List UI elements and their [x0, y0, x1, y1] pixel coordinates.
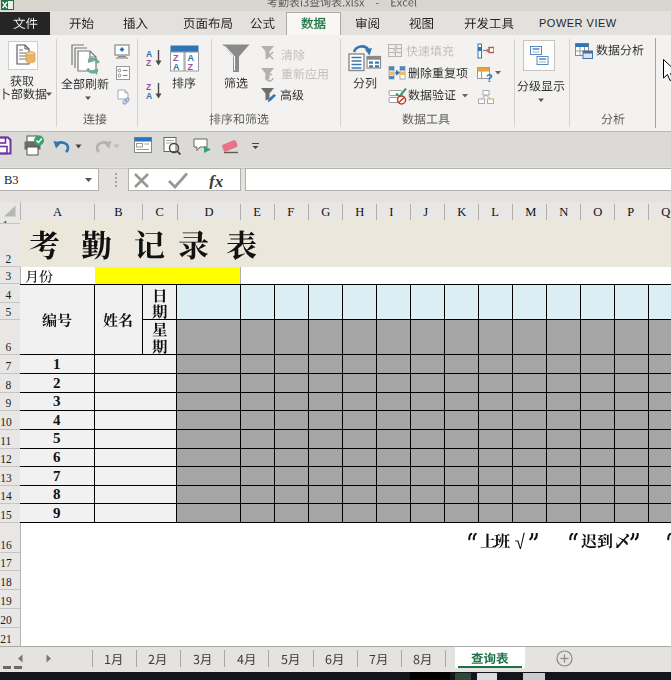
svg-text:Z: Z — [146, 58, 151, 67]
svg-text:?: ? — [486, 72, 493, 82]
svg-text:fx: fx — [209, 172, 224, 189]
svg-text:A: A — [173, 62, 180, 72]
svg-text:Z: Z — [188, 62, 194, 72]
svg-text:A: A — [146, 91, 152, 100]
